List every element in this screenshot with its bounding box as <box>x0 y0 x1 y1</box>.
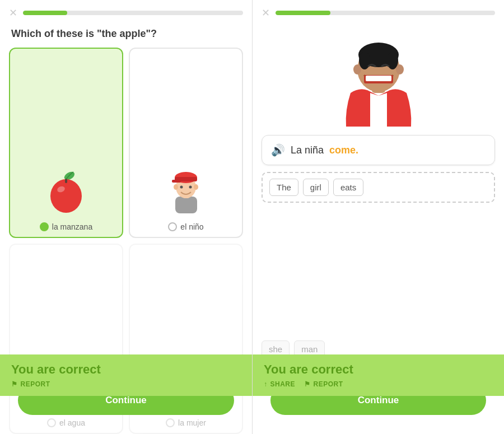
progress-fill-2 <box>276 11 330 15</box>
svg-point-27 <box>353 64 361 74</box>
svg-point-28 <box>396 64 404 74</box>
success-banner-2: You are correct ↑ SHARE ⚑ REPORT <box>253 354 504 396</box>
progress-fill-1 <box>23 11 67 15</box>
slot-word-the[interactable]: The <box>269 179 298 196</box>
slot-word-eats[interactable]: eats <box>333 179 363 196</box>
radio-nino <box>168 222 177 231</box>
label-agua: el agua <box>47 418 85 427</box>
word-slots: The girl eats <box>262 172 495 203</box>
label-nino: el niño <box>168 222 203 231</box>
report-action-1[interactable]: ⚑ REPORT <box>11 380 50 388</box>
correct-text-2: You are correct <box>264 362 493 377</box>
share-action[interactable]: ↑ SHARE <box>264 380 295 388</box>
top-bar-1: ✕ <box>0 0 252 22</box>
sentence-card: 🔊 La niña come. <box>262 135 495 165</box>
svg-rect-30 <box>366 76 391 81</box>
banner-actions-2: ↑ SHARE ⚑ REPORT <box>264 380 493 388</box>
card-manzana[interactable]: la manzana <box>9 48 123 238</box>
svg-rect-3 <box>65 179 67 183</box>
sentence-plain: La niña <box>291 144 324 156</box>
banner-actions-1: ⚑ REPORT <box>11 380 241 388</box>
close-button-1[interactable]: ✕ <box>9 8 17 18</box>
label-manzana: la manzana <box>40 222 92 231</box>
svg-point-11 <box>189 186 192 189</box>
share-icon: ↑ <box>264 380 268 388</box>
panel-1: ✕ Which of these is "the apple"? <box>0 0 252 434</box>
svg-point-13 <box>194 184 198 190</box>
close-button-2[interactable]: ✕ <box>262 8 270 18</box>
svg-rect-4 <box>175 197 197 213</box>
progress-track-2 <box>276 11 495 15</box>
svg-point-12 <box>174 184 178 190</box>
report-icon-2: ⚑ <box>304 380 311 388</box>
radio-agua <box>47 418 56 427</box>
radio-manzana <box>40 222 49 231</box>
speaker-icon[interactable]: 🔊 <box>271 143 285 157</box>
correct-text-1: You are correct <box>11 362 241 377</box>
label-mujer: la mujer <box>166 418 206 427</box>
slot-word-girl[interactable]: girl <box>303 179 329 196</box>
card-nino[interactable]: el niño <box>129 48 243 238</box>
report-action-2[interactable]: ⚑ REPORT <box>304 380 343 388</box>
svg-point-1 <box>50 179 82 213</box>
success-banner-1: You are correct ⚑ REPORT <box>0 354 252 396</box>
panel-2: ✕ <box>252 0 504 434</box>
character-area <box>253 22 504 135</box>
progress-track-1 <box>23 11 243 15</box>
apple-image <box>41 167 91 218</box>
boy-image <box>164 167 208 218</box>
radio-mujer <box>166 418 175 427</box>
svg-point-10 <box>180 186 183 189</box>
question-text-1: Which of these is "the apple"? <box>0 22 252 48</box>
report-icon-1: ⚑ <box>11 380 18 388</box>
svg-rect-9 <box>172 180 181 183</box>
top-bar-2: ✕ <box>253 0 504 22</box>
sentence-highlighted: come. <box>329 144 358 156</box>
